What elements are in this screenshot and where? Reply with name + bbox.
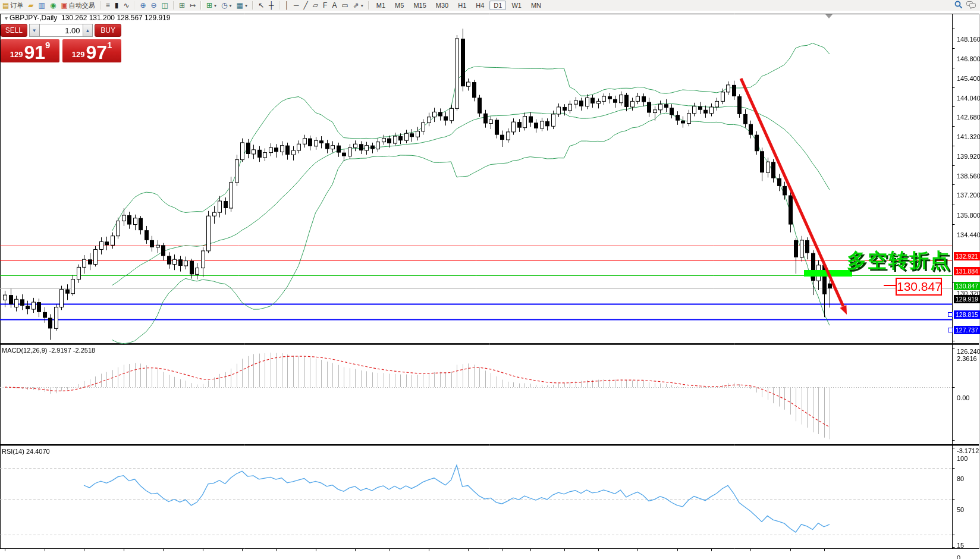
macd-axis-tick: 2.3616 bbox=[957, 355, 977, 362]
chart-ohlc-values: 130.262 131.200 128.567 129.919 bbox=[61, 14, 171, 22]
signal-icon: ◉ bbox=[50, 2, 56, 9]
label-icon: ▭ bbox=[341, 2, 348, 9]
sell-price-big-figure: 129 bbox=[10, 50, 23, 59]
fibonacci-icon[interactable]: F bbox=[321, 1, 329, 10]
trendline-icon: ╱ bbox=[304, 2, 308, 9]
zoom-in-icon[interactable]: ⊕ bbox=[137, 1, 148, 10]
price-axis-tick: 144.040 bbox=[957, 95, 980, 102]
volume-input[interactable] bbox=[40, 24, 83, 37]
new-order-icon: ▤ bbox=[2, 2, 9, 9]
rsi-axis-tick: 15 bbox=[957, 542, 964, 549]
buy-button[interactable]: BUY bbox=[95, 24, 121, 37]
bid-price-badge: 129.919 bbox=[954, 295, 980, 303]
toolbar-separator bbox=[134, 1, 135, 10]
indicators-icon[interactable]: ⊞▾ bbox=[204, 1, 219, 10]
price-axis-tick: 145.400 bbox=[957, 75, 980, 82]
price-line-badge: 131.884 bbox=[954, 267, 980, 275]
chat-icon[interactable] bbox=[966, 1, 976, 10]
channel-icon: ▱ bbox=[313, 2, 318, 9]
search-icon[interactable] bbox=[954, 1, 963, 10]
bar-chart-icon[interactable]: ≡ bbox=[103, 1, 112, 10]
buy-price-big-figure: 129 bbox=[72, 50, 85, 59]
arrows-icon[interactable]: ⇗▾ bbox=[351, 1, 366, 10]
trendline-icon[interactable]: ╱ bbox=[301, 1, 310, 10]
price-line-badge: 130.847 bbox=[954, 282, 980, 290]
one-click-trading-panel: SELL ▼ ▲ BUY 129 91 9 129 97 1 bbox=[1, 24, 121, 62]
chart-title-icon: ▾ bbox=[5, 15, 8, 21]
chevron-down-icon[interactable]: ▾ bbox=[230, 3, 232, 8]
new-order-label: 订单 bbox=[10, 1, 23, 10]
cursor-icon[interactable]: ↖ bbox=[256, 1, 266, 10]
text-icon: A bbox=[332, 2, 337, 9]
text-icon[interactable]: A bbox=[329, 1, 339, 10]
zoom-out-icon[interactable]: ⊖ bbox=[149, 1, 159, 10]
chart-shift-marker-icon[interactable] bbox=[825, 14, 833, 18]
timeframe-m15[interactable]: M15 bbox=[409, 1, 430, 10]
volume-increase-button[interactable]: ▲ bbox=[83, 24, 93, 37]
volume-decrease-button[interactable]: ▼ bbox=[29, 24, 40, 37]
toolbar-separator bbox=[173, 1, 174, 10]
timeframe-m5[interactable]: M5 bbox=[391, 1, 408, 10]
price-line-badge: 132.921 bbox=[954, 252, 980, 260]
new-order-icon[interactable]: ▤订单 bbox=[0, 1, 26, 10]
cursor-icon: ↖ bbox=[258, 2, 264, 9]
market-watch-icon[interactable]: ▥ bbox=[36, 1, 48, 10]
crosshair-icon[interactable]: ┼ bbox=[266, 1, 277, 10]
toolbar-separator bbox=[368, 1, 369, 10]
new-chart-icon[interactable]: ⊞ bbox=[177, 1, 187, 10]
toolbar-separator bbox=[279, 1, 280, 10]
periods-icon[interactable]: ◷▾ bbox=[219, 1, 234, 10]
channel-icon[interactable]: ▱ bbox=[310, 1, 321, 10]
macd-axis-tick: 0.00 bbox=[957, 394, 969, 401]
buy-price-pips: 97 bbox=[86, 43, 107, 61]
rsi-axis-tick: 100 bbox=[957, 455, 968, 462]
autotrade-icon: ▣ bbox=[61, 2, 67, 9]
chevron-down-icon[interactable]: ▾ bbox=[245, 3, 247, 8]
macd-label: MACD(12,26,9) -2.9197 -2.2518 bbox=[2, 347, 95, 354]
horizontal-line-icon[interactable]: ─ bbox=[291, 1, 301, 10]
line-chart-icon[interactable]: ∿ bbox=[121, 1, 131, 10]
label-icon[interactable]: ▭ bbox=[339, 1, 350, 10]
price-axis-tick: 141.320 bbox=[957, 133, 980, 140]
rsi-axis-tick: 50 bbox=[957, 506, 964, 513]
timeframe-m1[interactable]: M1 bbox=[372, 1, 390, 10]
zoom-in-icon: ⊕ bbox=[140, 2, 146, 9]
price-axis-tick: 142.680 bbox=[957, 114, 980, 121]
rsi-label: RSI(14) 24.4070 bbox=[2, 448, 50, 455]
toolbar-separator bbox=[200, 1, 202, 10]
indicators-icon: ⊞ bbox=[206, 2, 212, 9]
timeframe-h1[interactable]: H1 bbox=[454, 1, 470, 10]
chart-shift-icon[interactable]: ↦ bbox=[187, 1, 198, 10]
timeframe-mn[interactable]: MN bbox=[527, 1, 545, 10]
line-endpoint-marker[interactable] bbox=[948, 312, 953, 317]
line-endpoint-marker[interactable] bbox=[948, 328, 953, 332]
timeframe-w1[interactable]: W1 bbox=[507, 1, 526, 10]
autotrade-icon[interactable]: ▣自动交易 bbox=[58, 1, 97, 10]
sell-price-display[interactable]: 129 91 9 bbox=[1, 39, 59, 62]
timeframe-h4[interactable]: H4 bbox=[472, 1, 488, 10]
line-chart-icon: ∿ bbox=[123, 2, 129, 9]
folder-icon[interactable]: ▰ bbox=[26, 1, 36, 10]
vertical-line-icon[interactable]: │ bbox=[282, 1, 292, 10]
candlestick-icon: ▮ bbox=[115, 2, 119, 9]
candlestick-icon[interactable]: ▮ bbox=[112, 1, 121, 10]
bar-chart-icon: ≡ bbox=[106, 2, 110, 9]
templates-icon[interactable]: ▦▾ bbox=[234, 1, 250, 10]
sell-price-point: 9 bbox=[45, 40, 50, 50]
zoom-out-icon: ⊖ bbox=[151, 2, 157, 9]
price-line-badge: 127.737 bbox=[954, 326, 980, 334]
buy-price-display[interactable]: 129 97 1 bbox=[62, 39, 121, 62]
sell-button[interactable]: SELL bbox=[1, 24, 27, 37]
chevron-down-icon[interactable]: ▾ bbox=[361, 3, 363, 8]
chart-title: ▾GBPJPY-,Daily 130.262 131.200 128.567 1… bbox=[5, 14, 170, 22]
signal-icon[interactable]: ◉ bbox=[48, 1, 58, 10]
vertical-line-icon: │ bbox=[285, 2, 290, 9]
arrows-icon: ⇗ bbox=[353, 2, 359, 9]
tile-windows-icon: ◫ bbox=[162, 2, 168, 9]
timeframe-d1[interactable]: D1 bbox=[489, 1, 506, 10]
tile-windows-icon[interactable]: ◫ bbox=[159, 1, 171, 10]
timeframe-m30[interactable]: M30 bbox=[432, 1, 453, 10]
chart-canvas[interactable] bbox=[0, 11, 980, 559]
periods-icon: ◷ bbox=[221, 2, 227, 9]
chevron-down-icon[interactable]: ▾ bbox=[214, 3, 216, 8]
